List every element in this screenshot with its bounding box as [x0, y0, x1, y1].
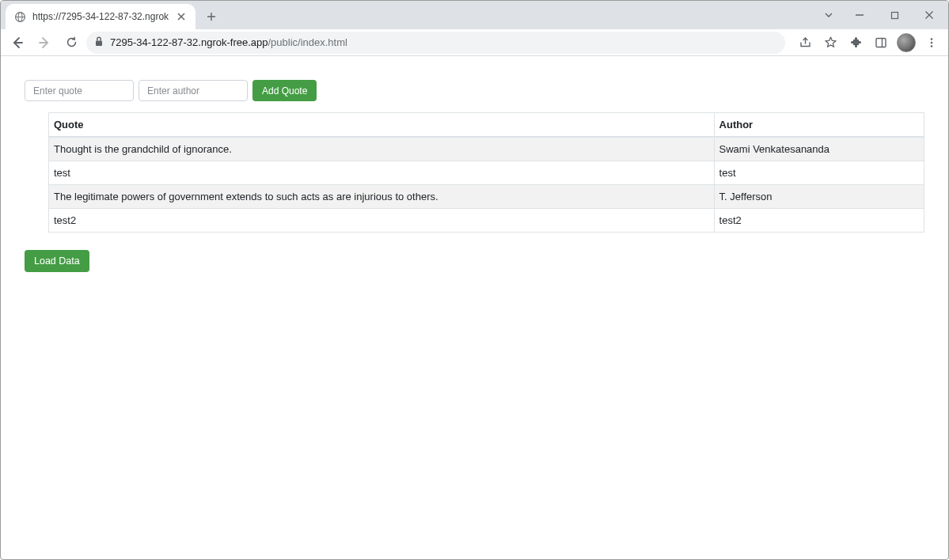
add-quote-button[interactable]: Add Quote [252, 80, 317, 101]
svg-rect-13 [96, 40, 102, 46]
table-row: test2test2 [49, 209, 924, 233]
toolbar-right [788, 31, 943, 55]
svg-point-20 [931, 45, 933, 47]
cell-author: T. Jefferson [714, 185, 924, 209]
forward-button[interactable] [32, 31, 56, 55]
table-row: testtest [49, 161, 924, 185]
extensions-icon[interactable] [844, 31, 867, 55]
url-text: 7295-34-122-87-32.ngrok-free.app/public/… [110, 36, 777, 48]
reload-button[interactable] [59, 31, 83, 55]
tab-strip: https://7295-34-122-87-32.ngrok [1, 1, 948, 29]
lock-icon [94, 36, 104, 49]
svg-point-19 [931, 41, 933, 44]
add-quote-form: Add Quote [25, 80, 924, 101]
cell-author: Swami Venkatesananda [714, 137, 924, 161]
svg-rect-8 [891, 12, 898, 18]
share-icon[interactable] [793, 31, 817, 55]
side-panel-icon[interactable] [869, 31, 893, 55]
url-path: /public/index.html [268, 36, 347, 48]
quote-input[interactable] [25, 80, 134, 101]
maximize-button[interactable] [879, 3, 910, 27]
svg-point-18 [931, 38, 933, 40]
address-bar[interactable]: 7295-34-122-87-32.ngrok-free.app/public/… [86, 32, 785, 54]
tab-title: https://7295-34-122-87-32.ngrok [32, 11, 169, 22]
profile-avatar[interactable] [894, 31, 918, 55]
close-tab-icon[interactable] [175, 10, 188, 23]
browser-tab[interactable]: https://7295-34-122-87-32.ngrok [6, 4, 195, 29]
table-row: The legitimate powers of government exte… [49, 185, 924, 209]
cell-quote: test2 [49, 209, 715, 233]
table-header-row: Quote Author [49, 113, 924, 138]
window-controls [817, 1, 948, 29]
cell-quote: Thought is the grandchild of ignorance. [49, 137, 715, 161]
cell-author: test2 [714, 209, 924, 233]
new-tab-button[interactable] [200, 6, 222, 28]
header-author: Author [714, 113, 924, 138]
close-window-button[interactable] [913, 3, 945, 27]
quotes-table: Quote Author Thought is the grandchild o… [48, 112, 924, 233]
minimize-button[interactable] [844, 3, 875, 27]
globe-icon [13, 10, 26, 23]
browser-toolbar: 7295-34-122-87-32.ngrok-free.app/public/… [1, 29, 948, 56]
cell-quote: test [49, 161, 715, 185]
page-content: Add Quote Quote Author Thought is the gr… [1, 56, 948, 559]
author-input[interactable] [139, 80, 248, 101]
table-row: Thought is the grandchild of ignorance.S… [49, 137, 924, 161]
tab-search-icon[interactable] [817, 3, 841, 27]
svg-marker-15 [826, 37, 836, 47]
url-host: 7295-34-122-87-32.ngrok-free.app [110, 36, 268, 48]
header-quote: Quote [49, 113, 715, 138]
cell-quote: The legitimate powers of government exte… [49, 185, 715, 209]
menu-dots-icon[interactable] [920, 31, 943, 55]
back-button[interactable] [6, 31, 29, 55]
svg-rect-16 [876, 38, 886, 47]
cell-author: test [714, 161, 924, 185]
bookmark-star-icon[interactable] [818, 31, 842, 55]
load-data-button[interactable]: Load Data [25, 250, 89, 272]
